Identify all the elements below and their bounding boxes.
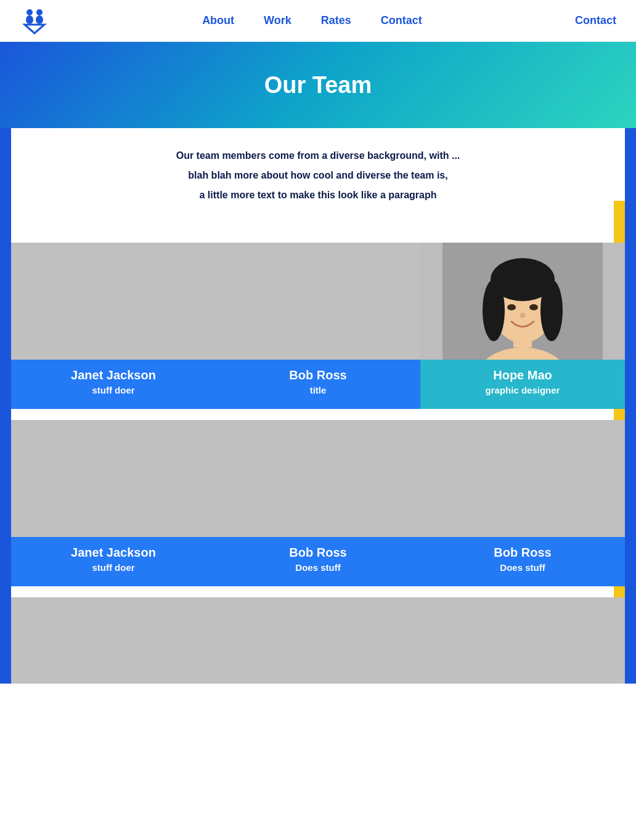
card-title-1: stuff doer [21, 385, 206, 395]
card-info-hope: Hope Mao graphic designer [420, 360, 625, 409]
team-card-partial-2 [216, 597, 420, 684]
nav-contact-right[interactable]: Contact [575, 14, 616, 27]
navbar: About Work Rates Contact Contact [0, 0, 636, 42]
card-info-4: Janet Jackson stuff doer [11, 537, 216, 586]
team-card-janet-1: Janet Jackson stuff doer [11, 243, 216, 409]
team-card-partial-1 [11, 597, 216, 684]
card-image-placeholder-2 [216, 243, 420, 360]
team-card-bob-1: Bob Ross title [216, 243, 420, 409]
card-name-hope: Hope Mao [430, 368, 615, 382]
card-title-5: Does stuff [226, 562, 410, 573]
card-image-placeholder-6 [420, 420, 625, 537]
svg-point-13 [529, 304, 538, 310]
card-name-5: Bob Ross [226, 546, 410, 560]
team-row-3 [11, 597, 625, 684]
hero-banner: Our Team [0, 42, 636, 128]
card-name-2: Bob Ross [226, 368, 410, 382]
card-title-hope: graphic designer [430, 385, 615, 395]
card-image-placeholder-8 [216, 597, 420, 684]
card-image-placeholder-9 [420, 597, 625, 684]
svg-point-11 [540, 280, 563, 341]
card-title-6: Does stuff [430, 562, 615, 573]
svg-point-12 [507, 304, 516, 310]
description-section: Our team members come from a diverse bac… [11, 128, 625, 232]
team-card-janet-2: Janet Jackson stuff doer [11, 420, 216, 586]
card-title-2: title [226, 385, 410, 395]
desc-line-1: Our team members come from a diverse bac… [60, 150, 576, 161]
svg-point-14 [520, 313, 526, 318]
nav-links: About Work Rates Contact [187, 14, 437, 27]
card-info-6: Bob Ross Does stuff [420, 537, 625, 586]
team-row-2: Janet Jackson stuff doer Bob Ross Does s… [11, 420, 625, 586]
card-name-1: Janet Jackson [21, 368, 206, 382]
nav-about[interactable]: About [187, 14, 249, 27]
card-image-placeholder-5 [216, 420, 420, 537]
team-card-hope: Hope Mao graphic designer [420, 243, 625, 409]
card-image-placeholder-7 [11, 597, 216, 684]
card-image-placeholder-4 [11, 420, 216, 537]
svg-point-10 [483, 280, 505, 341]
card-info-1: Janet Jackson stuff doer [11, 360, 216, 409]
logo[interactable] [20, 6, 49, 36]
card-info-2: Bob Ross title [216, 360, 420, 409]
card-name-4: Janet Jackson [21, 546, 206, 560]
svg-marker-4 [25, 25, 44, 33]
svg-point-2 [36, 9, 43, 15]
svg-point-1 [26, 15, 33, 24]
nav-contact[interactable]: Contact [366, 14, 437, 27]
desc-line-3: a little more text to make this look lik… [60, 190, 576, 201]
team-row-1: Janet Jackson stuff doer Bob Ross title [11, 243, 625, 409]
card-info-5: Bob Ross Does stuff [216, 537, 420, 586]
card-name-6: Bob Ross [430, 546, 615, 560]
yellow-accent-desc [614, 201, 625, 232]
svg-point-0 [26, 9, 33, 15]
team-card-partial-3 [420, 597, 625, 684]
page-content: Our team members come from a diverse bac… [0, 128, 636, 684]
team-card-bob-3: Bob Ross Does stuff [420, 420, 625, 586]
card-title-4: stuff doer [21, 562, 206, 573]
nav-work[interactable]: Work [249, 14, 306, 27]
row-separator-bottom [11, 586, 625, 597]
svg-point-3 [36, 15, 43, 24]
card-image-hope [420, 243, 625, 360]
team-card-bob-2: Bob Ross Does stuff [216, 420, 420, 586]
desc-line-2: blah blah more about how cool and divers… [60, 170, 576, 181]
card-image-placeholder-1 [11, 243, 216, 360]
row-separator-top [11, 232, 625, 243]
hero-title: Our Team [264, 72, 372, 99]
row-separator-mid [11, 409, 625, 420]
nav-rates[interactable]: Rates [306, 14, 366, 27]
